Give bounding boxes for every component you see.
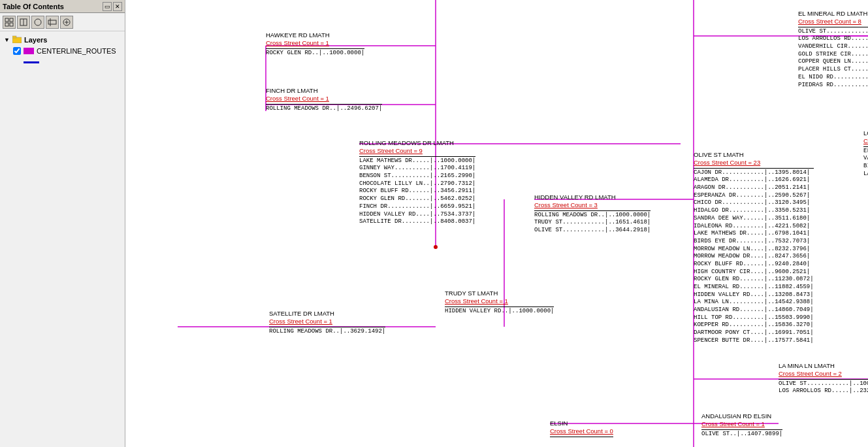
layers-header: ▼ Layers xyxy=(3,34,122,46)
tool-btn-4[interactable] xyxy=(46,16,59,29)
svg-rect-3 xyxy=(10,23,13,26)
svg-point-6 xyxy=(35,19,41,25)
layer-sub-line xyxy=(24,61,39,63)
svg-rect-1 xyxy=(10,18,13,22)
close-button[interactable]: ✕ xyxy=(113,2,122,11)
svg-rect-13 xyxy=(12,36,16,38)
tool-btn-3[interactable] xyxy=(31,16,44,29)
label-rolling-meadows: ROLLING MEADOWS DR LMATH Cross Street Co… xyxy=(359,139,475,226)
layer-item[interactable]: CENTERLINE_ROUTES xyxy=(3,46,122,56)
label-satellite: SATELLITE DR LMATH Cross Street Count = … xyxy=(269,310,385,335)
map-area: HAWKEYE RD LMATH Cross Street Count = 1 … xyxy=(125,0,868,447)
label-elsin: ELSIN Cross Street Count = 0 xyxy=(550,420,613,438)
label-hidden-valley: HIDDEN VALLEY RD LMATH Cross Street Coun… xyxy=(534,193,651,235)
tool-btn-2[interactable] xyxy=(17,16,30,29)
layer-sub xyxy=(3,56,122,67)
layer-name: CENTERLINE_ROUTES xyxy=(37,47,116,55)
label-finch: FINCH DR LMATH Cross Street Count = 1 RO… xyxy=(266,87,382,112)
pin-button[interactable]: ▭ xyxy=(103,2,112,11)
tool-btn-1[interactable] xyxy=(3,16,16,29)
expand-icon[interactable]: ▼ xyxy=(4,37,10,43)
svg-rect-12 xyxy=(12,37,22,43)
layers-section: ▼ Layers CENTERLINE_ROUTES xyxy=(0,31,125,69)
svg-rect-2 xyxy=(5,23,8,26)
svg-rect-0 xyxy=(5,18,8,22)
layer-color-icon xyxy=(24,48,34,54)
folder-icon xyxy=(12,35,22,44)
label-el-mineral: EL MINERAL RD LMATH Cross Street Count =… xyxy=(798,10,868,89)
svg-point-30 xyxy=(434,245,438,249)
label-la-mina: LA MINA LN LMATH Cross Street Count = 2 … xyxy=(779,362,868,395)
sidebar: Table Of Contents ▭ ✕ ▼ Layers xyxy=(0,0,125,447)
toolbar xyxy=(0,13,125,31)
svg-rect-7 xyxy=(48,20,56,24)
label-andalusian: ANDALUSIAN RD ELSIN Cross Street Count =… xyxy=(701,412,782,438)
label-olive-st: OLIVE ST LMATH Cross Street Count = 23 C… xyxy=(694,151,814,345)
sidebar-title-bar: Table Of Contents ▭ ✕ xyxy=(0,0,125,13)
label-hawkeye: HAWKEYE RD LMATH Cross Street Count = 1 … xyxy=(266,31,364,57)
sidebar-controls: ▭ ✕ xyxy=(103,2,122,11)
layers-label: Layers xyxy=(24,36,47,44)
label-los-arrollos: LOS ARROLLOS RD LMATH Cross Street Count… xyxy=(863,129,868,178)
layer-checkbox[interactable] xyxy=(13,47,21,55)
tool-btn-5[interactable] xyxy=(60,16,73,29)
sidebar-title: Table Of Contents xyxy=(3,3,64,10)
label-trudy: TRUDY ST LMATH Cross Street Count = 1 HI… xyxy=(445,290,554,315)
